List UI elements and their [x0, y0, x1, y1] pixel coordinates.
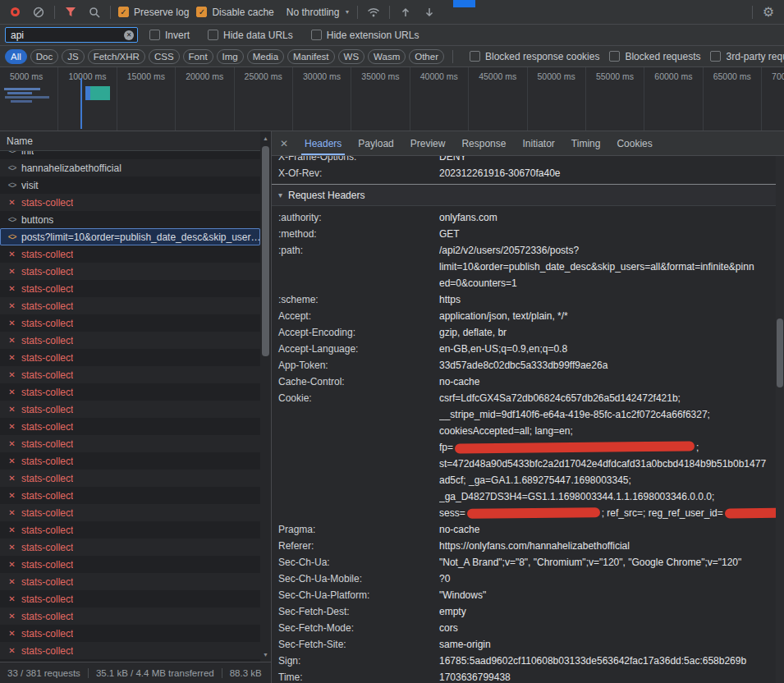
invert-toggle[interactable]: Invert: [149, 30, 190, 41]
third-party-requests-checkbox[interactable]: [710, 51, 721, 62]
request-row[interactable]: ✕stats-collect: [0, 435, 260, 452]
request-row[interactable]: ✕stats-collect: [0, 452, 260, 470]
filter-chip-fetch-xhr[interactable]: Fetch/XHR: [88, 49, 145, 64]
filter-toggle-button[interactable]: [62, 4, 79, 21]
request-row[interactable]: ✕stats-collect: [0, 349, 260, 366]
request-row[interactable]: ✕stats-collect: [0, 573, 260, 590]
request-row[interactable]: <>init: [0, 151, 260, 159]
filter-input[interactable]: [5, 27, 138, 43]
throttling-select[interactable]: No throttling ▼: [287, 7, 351, 18]
record-button[interactable]: [7, 4, 23, 21]
import-har-button[interactable]: [397, 4, 414, 21]
request-row[interactable]: ✕stats-collect: [0, 366, 260, 383]
request-name: stats-collect: [21, 490, 73, 502]
filter-chip-manifest[interactable]: Manifest: [287, 49, 334, 64]
name-column-header[interactable]: Name: [0, 131, 271, 151]
tab-headers[interactable]: Headers: [296, 131, 350, 155]
requests-scrollbar[interactable]: ▲ ▼: [260, 131, 271, 662]
request-row[interactable]: <>visit: [0, 176, 260, 194]
network-overview-timeline[interactable]: 5000 ms10000 ms15000 ms20000 ms25000 ms3…: [0, 67, 784, 131]
header-row: Time:1703636799438: [272, 669, 776, 683]
filter-chip-other[interactable]: Other: [409, 49, 444, 64]
timeline-column: 5000 ms: [0, 67, 58, 131]
scroll-up-icon[interactable]: ▲: [260, 133, 271, 144]
clear-network-log-button[interactable]: [30, 4, 47, 21]
details-scrollbar[interactable]: [776, 156, 784, 683]
blocked-requests-checkbox[interactable]: [609, 51, 620, 62]
request-row[interactable]: ✕stats-collect: [0, 383, 260, 401]
header-value-line: ?0: [439, 571, 776, 587]
tab-payload[interactable]: Payload: [350, 131, 401, 155]
header-value: cors: [439, 620, 776, 636]
timeline-column: 45000 ms: [469, 67, 527, 131]
preserve-log-checkbox[interactable]: ✓: [118, 7, 129, 17]
filter-chip-img[interactable]: Img: [217, 49, 244, 64]
tab-initiator[interactable]: Initiator: [514, 131, 562, 155]
request-row[interactable]: ✕stats-collect: [0, 642, 260, 659]
request-row[interactable]: <>hannahelizabethofficial: [0, 159, 260, 176]
search-button[interactable]: [86, 4, 103, 21]
request-row[interactable]: <>posts?limit=10&order=publish_date_desc…: [0, 228, 260, 245]
tab-response[interactable]: Response: [453, 131, 514, 155]
request-row[interactable]: ✕stats-collect: [0, 297, 260, 314]
hide-data-urls-toggle[interactable]: Hide data URLs: [208, 30, 293, 41]
section-title: Request Headers: [288, 190, 364, 201]
request-row[interactable]: ✕stats-collect: [0, 521, 260, 539]
request-row[interactable]: ✕stats-collect: [0, 556, 260, 573]
request-row[interactable]: ✕stats-collect: [0, 607, 260, 625]
record-icon: [11, 7, 20, 16]
request-headers-section[interactable]: ▾ Request Headers: [272, 185, 776, 206]
request-row[interactable]: ✕stats-collect: [0, 539, 260, 556]
filter-chip-wasm[interactable]: Wasm: [368, 49, 406, 64]
filter-chip-font[interactable]: Font: [183, 49, 213, 64]
request-row[interactable]: ✕stats-collect: [0, 504, 260, 521]
request-row[interactable]: ✕stats-collect: [0, 194, 260, 211]
request-row[interactable]: <>buttons: [0, 211, 260, 228]
request-row[interactable]: ✕stats-collect: [0, 314, 260, 332]
scrollbar-thumb[interactable]: [777, 319, 783, 387]
blocked-response-cookies-toggle[interactable]: Blocked response cookies: [470, 51, 599, 62]
network-conditions-button[interactable]: [365, 4, 382, 21]
filter-chip-js[interactable]: JS: [62, 49, 84, 64]
blocked-response-cookies-checkbox[interactable]: [470, 51, 480, 62]
invert-checkbox[interactable]: [149, 30, 160, 40]
request-row[interactable]: ✕stats-collect: [0, 487, 260, 504]
request-row[interactable]: ✕stats-collect: [0, 401, 260, 418]
third-party-requests-toggle[interactable]: 3rd-party requests: [710, 51, 784, 62]
filter-chip-all[interactable]: All: [5, 49, 27, 64]
request-row[interactable]: ✕stats-collect: [0, 418, 260, 435]
filter-chip-doc[interactable]: Doc: [30, 49, 58, 64]
request-row[interactable]: ✕stats-collect: [0, 280, 260, 297]
error-icon: ✕: [6, 250, 18, 259]
tab-preview[interactable]: Preview: [402, 131, 454, 155]
request-row[interactable]: ✕stats-collect: [0, 470, 260, 487]
blocked-requests-toggle[interactable]: Blocked requests: [609, 51, 700, 62]
disable-cache-toggle[interactable]: ✓ Disable cache: [196, 7, 273, 18]
disable-cache-checkbox[interactable]: ✓: [196, 7, 207, 17]
export-har-button[interactable]: [421, 4, 438, 21]
filter-chip-css[interactable]: CSS: [149, 49, 180, 64]
settings-gear-icon[interactable]: ⚙: [759, 4, 777, 21]
hide-extension-urls-toggle[interactable]: Hide extension URLs: [311, 30, 420, 41]
header-row: App-Token:33d57ade8c02dbc5a333db99ff9ae2…: [272, 357, 776, 374]
tab-cookies[interactable]: Cookies: [608, 131, 660, 155]
request-name: stats-collect: [21, 318, 73, 329]
code-icon: <>: [6, 232, 18, 241]
scrollbar-thumb[interactable]: [262, 146, 269, 356]
preserve-log-toggle[interactable]: ✓ Preserve log: [118, 7, 189, 18]
request-row[interactable]: ✕stats-collect: [0, 590, 260, 607]
request-row[interactable]: ✕stats-collect: [0, 332, 260, 349]
filter-chip-ws[interactable]: WS: [338, 49, 365, 64]
header-row: Accept-Language:en-GB,en-US;q=0.9,en;q=0…: [272, 341, 776, 357]
tab-timing[interactable]: Timing: [563, 131, 609, 155]
hide-data-urls-checkbox[interactable]: [208, 30, 218, 40]
clear-filter-icon[interactable]: ✕: [124, 30, 134, 40]
close-details-button[interactable]: ✕: [272, 138, 296, 149]
filter-chip-media[interactable]: Media: [247, 49, 284, 64]
error-icon: ✕: [6, 319, 18, 328]
request-row[interactable]: ✕stats-collect: [0, 245, 260, 263]
request-row[interactable]: ✕stats-collect: [0, 625, 260, 642]
hide-extension-urls-checkbox[interactable]: [311, 30, 322, 40]
request-row[interactable]: ✕stats-collect: [0, 263, 260, 280]
scroll-down-icon[interactable]: ▼: [260, 649, 271, 660]
